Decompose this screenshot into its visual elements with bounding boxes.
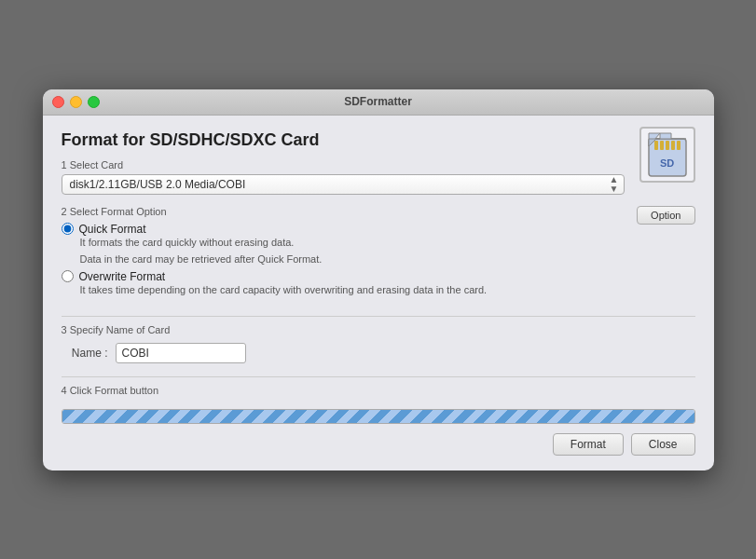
window-title: SDFormatter	[344, 95, 412, 108]
bottom-bar: Format Close	[62, 433, 695, 456]
overwrite-format-radio[interactable]	[62, 270, 74, 282]
section2-left: 2 Select Format Option Quick Format It f…	[62, 206, 638, 301]
main-title: Format for SD/SDHC/SDXC Card	[62, 130, 625, 150]
progress-bar	[62, 410, 694, 423]
section4-label: 4 Click Format button	[62, 385, 695, 396]
bottom-right: Format Close	[553, 433, 695, 456]
close-button[interactable]: Close	[631, 433, 695, 456]
overwrite-format-item: Overwrite Format It takes time depending…	[62, 270, 638, 295]
quick-format-desc1: It formats the card quickly without eras…	[80, 237, 638, 248]
minimize-traffic-light[interactable]	[70, 96, 82, 108]
main-window: SDFormatter Format for SD/SDHC/SDXC Card…	[43, 89, 714, 470]
name-label-text: Name :	[62, 347, 108, 360]
svg-rect-7	[666, 141, 669, 150]
quick-format-text: Quick Format	[79, 223, 146, 236]
section2-area: 2 Select Format Option Quick Format It f…	[62, 206, 695, 301]
option-button-wrapper: Option	[637, 206, 694, 225]
svg-rect-5	[654, 141, 658, 150]
header-area: Format for SD/SDHC/SDXC Card 1 Select Ca…	[62, 130, 695, 195]
sd-card-icon: SD	[639, 127, 695, 183]
progress-area	[62, 409, 695, 424]
section3-area: 3 Specify Name of Card Name :	[62, 316, 695, 363]
name-row: Name :	[62, 343, 695, 363]
card-select[interactable]: disk1/2.11GB/USB 2.0 Media/COBI	[62, 174, 625, 195]
quick-format-item: Quick Format It formats the card quickly…	[62, 223, 638, 265]
overwrite-format-text: Overwrite Format	[79, 270, 166, 283]
maximize-traffic-light[interactable]	[88, 96, 100, 108]
card-select-wrapper: disk1/2.11GB/USB 2.0 Media/COBI ▲▼	[62, 174, 625, 195]
form-area: Format for SD/SDHC/SDXC Card 1 Select Ca…	[62, 130, 625, 195]
title-bar: SDFormatter	[43, 89, 714, 116]
overwrite-format-desc: It takes time depending on the card capa…	[80, 284, 638, 295]
close-traffic-light[interactable]	[52, 96, 64, 108]
overwrite-format-label[interactable]: Overwrite Format	[62, 270, 638, 283]
svg-rect-9	[677, 141, 680, 150]
radio-group: Quick Format It formats the card quickly…	[62, 223, 638, 295]
option-button[interactable]: Option	[637, 206, 694, 225]
section3-label: 3 Specify Name of Card	[62, 324, 695, 335]
traffic-lights	[52, 96, 100, 108]
section2-label: 2 Select Format Option	[62, 206, 638, 217]
quick-format-desc2: Data in the card may be retrieved after …	[80, 253, 638, 265]
section4-area: 4 Click Format button	[62, 376, 695, 396]
svg-rect-6	[660, 141, 664, 150]
svg-text:SD: SD	[660, 157, 674, 169]
quick-format-label[interactable]: Quick Format	[62, 223, 638, 236]
svg-rect-8	[671, 141, 675, 150]
name-input[interactable]	[116, 343, 246, 363]
section1-label: 1 Select Card	[62, 159, 625, 170]
content-area: Format for SD/SDHC/SDXC Card 1 Select Ca…	[43, 116, 714, 470]
format-button[interactable]: Format	[553, 433, 624, 456]
quick-format-radio[interactable]	[62, 223, 74, 235]
